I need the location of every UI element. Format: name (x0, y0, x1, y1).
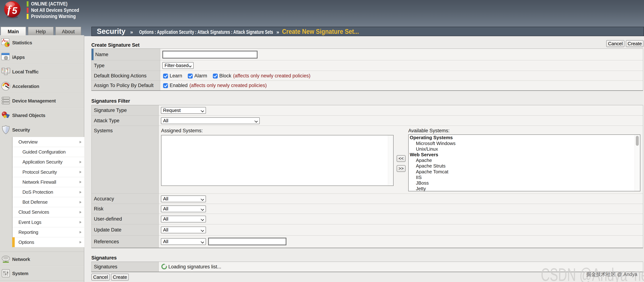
svg-text:5: 5 (12, 5, 18, 16)
